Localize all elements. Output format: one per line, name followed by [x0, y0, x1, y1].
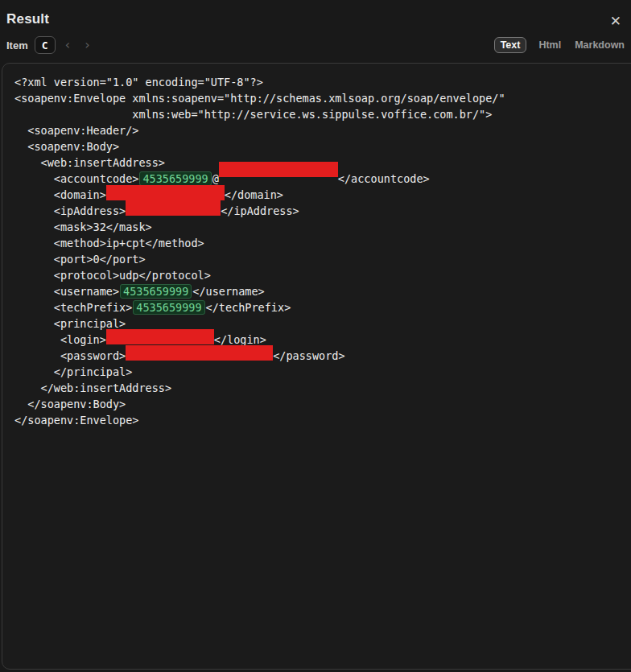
- redacted-value: [106, 329, 214, 344]
- code-line: <domain></domain>: [14, 187, 631, 203]
- code-line: <soapenv:Body>: [14, 138, 631, 155]
- code-line: <soapenv:Envelope xmlns:soapenv="http://…: [14, 90, 631, 106]
- match-highlight: 4535659999: [139, 171, 211, 186]
- redacted-value: [126, 345, 273, 361]
- code-text: </techPrefix>: [206, 301, 291, 314]
- code-line: <mask>32</mask>: [14, 219, 631, 235]
- result-panel: <?xml version="1.0" encoding="UTF-8"?><s…: [2, 63, 631, 670]
- match-highlight: 4535659999: [120, 284, 192, 299]
- code-line: </web:insertAddress>: [14, 380, 631, 396]
- code-line: xmlns:web="http://service.ws.sippulse.vo…: [14, 106, 631, 122]
- code-text: <?xml version="1.0" encoding="UTF-8"?>: [14, 76, 263, 89]
- code-text: </username>: [192, 285, 264, 298]
- item-index-input[interactable]: C: [35, 36, 56, 54]
- view-mode-tabs: TextHtmlMarkdown: [494, 37, 626, 53]
- item-bar: Item C ‹ › TextHtmlMarkdown: [6, 35, 626, 55]
- code-text: </accountcode>: [338, 172, 430, 185]
- code-line: <login></login>: [14, 332, 631, 348]
- code-line: </soapenv:Body>: [14, 396, 631, 412]
- code-line: <protocol>udp</protocol>: [14, 267, 631, 283]
- match-highlight: 4535659999: [133, 300, 204, 315]
- code-line: <password></password>: [14, 348, 631, 364]
- code-line: </soapenv:Envelope>: [14, 412, 631, 428]
- code-text: @: [212, 172, 219, 185]
- code-text: </web:insertAddress>: [14, 381, 171, 394]
- item-label: Item: [6, 39, 28, 52]
- code-text: </soapenv:Envelope>: [14, 414, 138, 427]
- redacted-value: [106, 185, 225, 200]
- code-line: <port>0</port>: [14, 251, 631, 267]
- code-text: <protocol>udp</protocol>: [14, 269, 211, 282]
- code-line: <?xml version="1.0" encoding="UTF-8"?>: [14, 74, 631, 90]
- redacted-value: [219, 162, 338, 177]
- code-text: <domain>: [14, 188, 106, 201]
- code-line: <techPrefix>4535659999</techPrefix>: [14, 299, 631, 315]
- tab-text[interactable]: Text: [494, 37, 527, 53]
- code-text: <password>: [14, 349, 126, 362]
- code-text: </password>: [273, 349, 344, 362]
- code-text: <soapenv:Envelope xmlns:soapenv="http://…: [14, 92, 505, 105]
- code-text: </ipAddress>: [221, 204, 299, 217]
- redacted-value: [126, 200, 221, 216]
- code-text: <soapenv:Body>: [14, 140, 119, 153]
- code-text: <mask>32</mask>: [14, 221, 152, 233]
- code-text: xmlns:web="http://service.ws.sippulse.vo…: [14, 108, 492, 121]
- code-text: </domain>: [225, 188, 283, 201]
- code-text: <port>0</port>: [14, 253, 146, 266]
- page-title: Result: [6, 11, 49, 27]
- code-text: <method>ip+cpt</method>: [14, 237, 204, 249]
- code-block: <?xml version="1.0" encoding="UTF-8"?><s…: [2, 64, 631, 428]
- chevron-right-icon[interactable]: ›: [80, 39, 94, 52]
- code-text: <soapenv:Header/>: [14, 124, 138, 137]
- code-line: <method>ip+cpt</method>: [14, 235, 631, 251]
- tab-markdown[interactable]: Markdown: [573, 37, 626, 53]
- code-text: <ipAddress>: [14, 204, 126, 217]
- code-text: <login>: [14, 333, 106, 346]
- code-text: </login>: [214, 333, 266, 346]
- code-text: <techPrefix>: [14, 301, 132, 314]
- code-text: <principal>: [14, 317, 126, 330]
- code-text: </soapenv:Body>: [14, 398, 126, 410]
- code-text: <web:insertAddress>: [14, 156, 165, 169]
- close-icon[interactable]: ✕: [607, 13, 625, 30]
- tab-html[interactable]: Html: [537, 37, 563, 53]
- code-line: </principal>: [14, 364, 631, 380]
- code-text: </principal>: [14, 365, 132, 378]
- code-text: <username>: [14, 285, 119, 298]
- chevron-left-icon[interactable]: ‹: [60, 39, 75, 52]
- header: Result ✕: [6, 11, 625, 30]
- code-line: <soapenv:Header/>: [14, 122, 631, 138]
- code-line: <accountcode>4535659999@</accountcode>: [14, 171, 631, 187]
- code-text: <accountcode>: [14, 172, 138, 185]
- code-line: <ipAddress></ipAddress>: [14, 203, 631, 219]
- code-line: <username>4535659999</username>: [14, 283, 631, 299]
